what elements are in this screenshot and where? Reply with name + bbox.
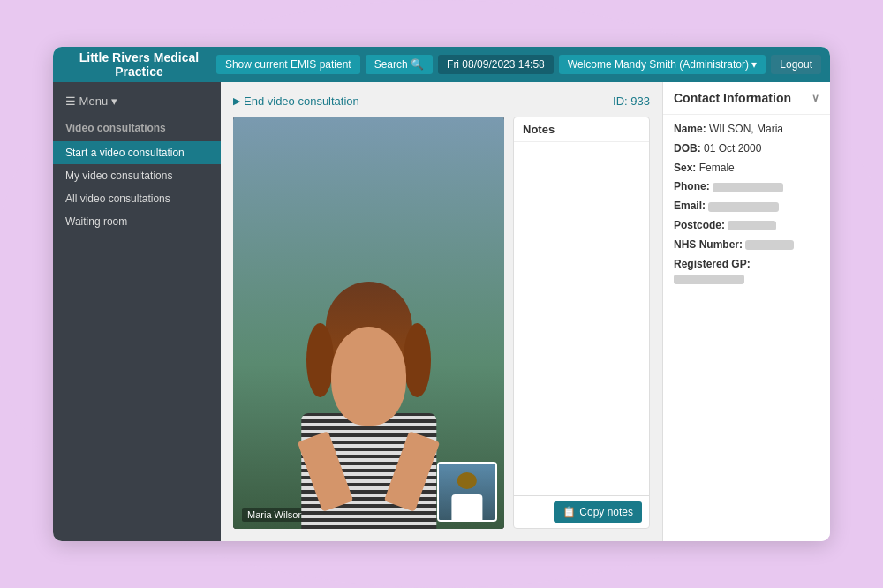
- welcome-btn[interactable]: Welcome Mandy Smith (Administrator) ▾: [559, 55, 766, 74]
- info-phone-row: Phone:: [674, 179, 819, 194]
- consultation-body: Maria Wilson 01/10/2000: [233, 117, 650, 529]
- contact-info-header: Contact Information ∨: [663, 82, 830, 115]
- info-postcode-row: Postcode:: [674, 218, 819, 233]
- pip-video: [439, 464, 495, 520]
- nhs-label: NHS Number:: [674, 238, 743, 251]
- consultation-id: ID: 933: [613, 94, 650, 108]
- postcode-value-redacted: [728, 221, 776, 230]
- dob-value: 01 Oct 2000: [704, 142, 761, 155]
- search-icon: 🔍: [411, 58, 424, 71]
- nhs-value-redacted: [745, 240, 794, 250]
- end-consultation-btn[interactable]: End video consultation: [233, 94, 359, 108]
- sidebar-item-start-consultation[interactable]: Start a video consultation: [53, 141, 221, 164]
- contact-info-body: Name: WILSON, Maria DOB: 01 Oct 2000 Sex…: [663, 115, 830, 293]
- show-emis-btn[interactable]: Show current EMIS patient: [216, 55, 360, 74]
- brand-title: Little Rivers Medical Practice: [62, 50, 216, 79]
- info-email-row: Email:: [674, 199, 819, 214]
- notes-footer: 📋 Copy notes: [514, 496, 649, 528]
- contact-info-title: Contact Information: [674, 91, 791, 105]
- dob-label: DOB:: [674, 142, 701, 155]
- menu-toggle[interactable]: ☰ Menu ▾: [53, 91, 221, 111]
- video-panel: Maria Wilson 01/10/2000: [233, 117, 504, 529]
- gp-label: Registered GP:: [674, 258, 751, 270]
- video-main: Maria Wilson 01/10/2000: [233, 117, 504, 529]
- sidebar-item-my-consultations[interactable]: My video consultations: [53, 164, 221, 187]
- name-value: WILSON, Maria: [709, 123, 783, 135]
- copy-icon: 📋: [562, 506, 576, 518]
- sidebar-item-waiting-room[interactable]: Waiting room: [53, 210, 221, 233]
- notes-textarea[interactable]: [514, 142, 649, 496]
- postcode-label: Postcode:: [674, 219, 725, 231]
- notes-panel: Notes 📋 Copy notes: [513, 117, 650, 529]
- email-value-redacted: [708, 202, 779, 212]
- name-label: Name:: [674, 123, 706, 135]
- notes-header: Notes: [514, 117, 649, 142]
- search-btn[interactable]: Search 🔍: [366, 55, 433, 74]
- consultation-header: End video consultation ID: 933: [233, 94, 650, 108]
- info-sex-row: Sex: Female: [674, 161, 819, 176]
- sex-value: Female: [699, 162, 735, 174]
- gp-value-redacted: [674, 275, 744, 284]
- end-btn-label: End video consultation: [244, 94, 359, 108]
- info-nhs-row: NHS Number:: [674, 237, 819, 253]
- video-pip: [437, 462, 497, 522]
- pip-head: [457, 472, 477, 489]
- top-nav: Little Rivers Medical Practice Show curr…: [53, 47, 830, 82]
- pip-body: [451, 494, 482, 520]
- email-label: Email:: [674, 200, 706, 212]
- sidebar-item-all-consultations[interactable]: All video consultations: [53, 187, 221, 210]
- chevron-down-icon[interactable]: ∨: [811, 92, 819, 104]
- datetime-display: Fri 08/09/2023 14:58: [438, 55, 554, 74]
- info-name-row: Name: WILSON, Maria: [674, 122, 819, 137]
- sidebar: ☰ Menu ▾ Video consultations Start a vid…: [53, 82, 221, 541]
- sidebar-section-label: Video consultations: [53, 118, 221, 138]
- info-gp-row: Registered GP:: [674, 257, 819, 287]
- copy-notes-btn[interactable]: 📋 Copy notes: [554, 501, 642, 523]
- logout-btn[interactable]: Logout: [771, 55, 821, 74]
- sex-label: Sex:: [674, 162, 696, 174]
- info-dob-row: DOB: 01 Oct 2000: [674, 141, 819, 156]
- phone-label: Phone:: [674, 180, 710, 192]
- search-label: Search: [374, 58, 408, 71]
- app-container: Little Rivers Medical Practice Show curr…: [53, 47, 830, 541]
- main-content: End video consultation ID: 933: [221, 82, 662, 541]
- phone-value-redacted: [713, 183, 783, 192]
- right-panel: Contact Information ∨ Name: WILSON, Mari…: [662, 82, 830, 541]
- app-body: ☰ Menu ▾ Video consultations Start a vid…: [53, 82, 830, 541]
- nav-actions: Show current EMIS patient Search 🔍 Fri 0…: [216, 55, 821, 74]
- copy-notes-label: Copy notes: [579, 506, 633, 518]
